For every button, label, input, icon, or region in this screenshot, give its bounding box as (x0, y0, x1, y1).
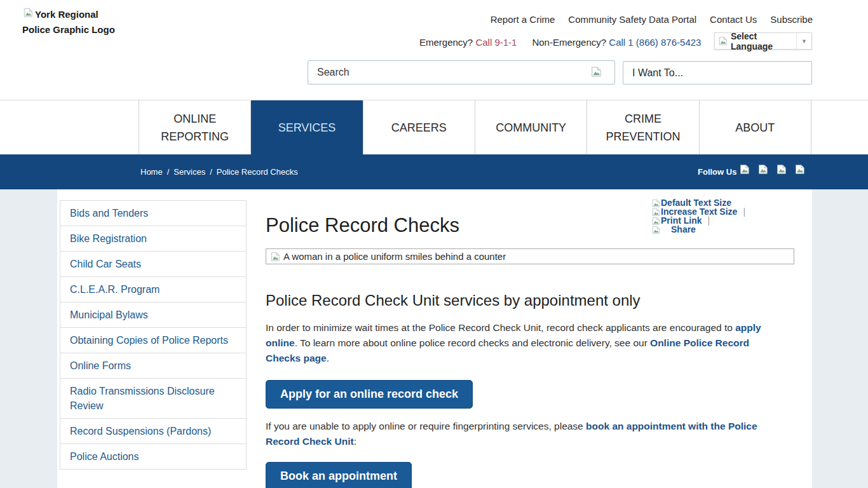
intro-paragraph-text: In order to minimize wait times at the P… (266, 322, 735, 333)
non-emergency-call-link[interactable]: Call 1 (866) 876-5423 (609, 37, 701, 48)
sidebar-item-online-forms[interactable]: Online Forms (60, 353, 246, 379)
main-navigation-items: ONLINE REPORTING SERVICES CAREERS COMMUN… (139, 100, 811, 154)
nav-item-community[interactable]: COMMUNITY (475, 100, 587, 154)
social-icon-3[interactable] (776, 164, 787, 175)
intro-paragraph-text: . To learn more about online police reco… (295, 337, 650, 348)
logo-alt-text: York Regional Police Graphic Logo (22, 9, 115, 35)
sidebar-item-police-auctions[interactable]: Police Auctions (60, 444, 246, 470)
sidebar-item-obtaining-copies-of-police-reports[interactable]: Obtaining Copies of Police Reports (60, 328, 246, 353)
intro-paragraph: In order to minimize wait times at the P… (266, 320, 783, 366)
non-emergency-label: Non-Emergency? (532, 37, 606, 48)
social-icon-2[interactable] (757, 164, 768, 175)
contact-us-link[interactable]: Contact Us (710, 14, 757, 25)
broken-image-icon (270, 252, 280, 262)
follow-us-label: Follow Us (698, 167, 736, 177)
sidebar-item-clear-program[interactable]: C.L.E.A.R. Program (60, 277, 246, 302)
nav-item-online-reporting[interactable]: ONLINE REPORTING (139, 100, 250, 154)
non-emergency-group: Non-Emergency? Call 1 (866) 876-5423 (532, 37, 701, 48)
search-icon[interactable] (590, 66, 602, 78)
language-selector-label: Select Language (731, 31, 796, 51)
nav-item-careers[interactable]: CAREERS (363, 100, 475, 154)
appointment-paragraph-text: If you are unable to apply online or req… (266, 421, 586, 431)
search-input[interactable] (308, 61, 614, 84)
nav-item-about[interactable]: ABOUT (699, 100, 811, 154)
report-a-crime-link[interactable]: Report a Crime (491, 14, 555, 25)
sidebar-item-child-car-seats[interactable]: Child Car Seats (60, 252, 246, 277)
sidebar-item-municipal-bylaws[interactable]: Municipal Bylaws (60, 302, 246, 328)
hero-image-placeholder: A woman in a police uniform smiles behin… (266, 248, 794, 264)
main-content: Police Record Checks A woman in a police… (266, 189, 794, 488)
apply-online-record-check-button[interactable]: Apply for an online record check (266, 380, 473, 409)
appointment-paragraph: If you are unable to apply online or req… (266, 419, 783, 449)
appointment-paragraph-text: : (354, 436, 356, 447)
emergency-label: Emergency? (419, 37, 473, 48)
sidebar-item-radio-transmissions-disclosure-review[interactable]: Radio Transmissions Disclosure Review (60, 379, 246, 419)
content-panel: Default Text Size Increase Text Size | P… (57, 189, 812, 488)
page-title: Police Record Checks (266, 214, 794, 238)
chevron-down-icon: ▼ (796, 33, 811, 49)
language-selector[interactable]: Select Language ▼ (714, 32, 812, 50)
intro-paragraph-text: . (327, 353, 329, 363)
sidebar-list: Bids and Tenders Bike Registration Child… (60, 201, 246, 470)
search-box (308, 60, 615, 85)
broken-image-icon (22, 8, 35, 18)
social-icon-4[interactable] (794, 164, 805, 175)
main-navigation: ONLINE REPORTING SERVICES CAREERS COMMUN… (0, 100, 868, 154)
breadcrumb-separator: / (210, 167, 212, 177)
sidebar-item-bids-and-tenders[interactable]: Bids and Tenders (60, 201, 246, 226)
sidebar-item-record-suspensions-pardons[interactable]: Record Suspensions (Pardons) (60, 419, 246, 444)
breadcrumb-home[interactable]: Home (140, 167, 163, 177)
breadcrumb-services[interactable]: Services (173, 167, 205, 177)
social-icon-1[interactable] (739, 164, 750, 175)
community-safety-data-portal-link[interactable]: Community Safety Data Portal (568, 14, 696, 25)
subscribe-link[interactable]: Subscribe (770, 14, 813, 25)
emergency-group: Emergency? Call 9-1-1 (419, 37, 517, 48)
nav-item-services[interactable]: SERVICES (250, 100, 362, 154)
services-sidebar: Bids and Tenders Bike Registration Child… (60, 200, 247, 470)
site-logo[interactable]: York Regional Police Graphic Logo (22, 7, 124, 37)
breadcrumb-separator: / (167, 167, 170, 177)
utility-links: Report a Crime Community Safety Data Por… (491, 14, 813, 25)
content-background: Default Text Size Increase Text Size | P… (0, 189, 868, 488)
breadcrumb-current-page: Police Record Checks (217, 167, 298, 177)
i-want-to-dropdown[interactable]: I Want To... (623, 61, 812, 85)
breadcrumb-bar: Home/Services/Police Record Checks Follo… (0, 154, 868, 189)
book-an-appointment-button[interactable]: Book an appointment (266, 462, 412, 488)
translate-icon (715, 36, 731, 46)
hero-image-alt-text: A woman in a police uniform smiles behin… (283, 251, 506, 262)
site-header: York Regional Police Graphic Logo Report… (0, 0, 868, 100)
emergency-call-link[interactable]: Call 9-1-1 (475, 37, 517, 48)
breadcrumb: Home/Services/Police Record Checks (140, 167, 298, 177)
section-heading: Police Record Check Unit services by app… (266, 291, 794, 310)
social-icons (739, 164, 805, 175)
emergency-row: Emergency? Call 9-1-1 Non-Emergency? Cal… (419, 37, 701, 48)
sidebar-item-bike-registration[interactable]: Bike Registration (60, 226, 246, 252)
nav-item-crime-prevention[interactable]: CRIME PREVENTION (587, 100, 698, 154)
